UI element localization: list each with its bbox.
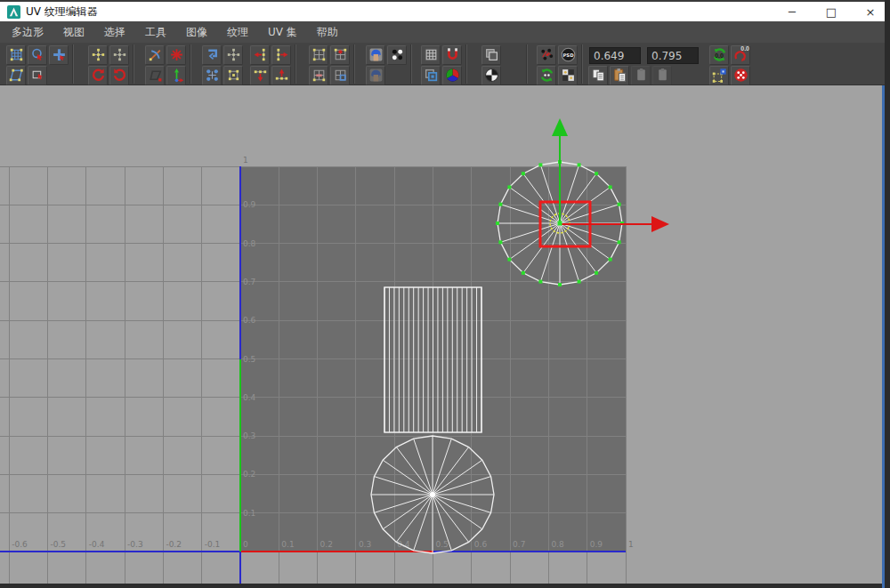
copy-uvs[interactable]	[588, 66, 608, 85]
distribute-uvs[interactable]	[202, 66, 222, 85]
manipulator-u-handle	[651, 216, 669, 232]
uv-shell-move-tool[interactable]	[49, 45, 69, 65]
snap-to-grid-corners[interactable]	[309, 45, 328, 65]
maximize-button[interactable]: □	[812, 2, 851, 21]
delete-uvs-icon	[733, 68, 748, 83]
svg-text:0.3: 0.3	[359, 540, 371, 549]
uv-lattice-tool[interactable]	[6, 45, 26, 65]
u-coordinate-field[interactable]	[589, 47, 641, 64]
snap-to-grid-center[interactable]	[330, 45, 350, 65]
menu-item-tool[interactable]: 工具	[135, 21, 176, 43]
quad-draw-icon	[148, 68, 163, 83]
uv-grab-tool[interactable]	[28, 45, 47, 65]
toolbar-group-flip-symmetry	[144, 44, 187, 85]
toggle-grid-display[interactable]	[421, 45, 441, 65]
toggle-image-display-icon	[368, 47, 384, 62]
isolate-select-shells-icon	[484, 47, 499, 62]
menu-item-polygons[interactable]: 多边形	[2, 21, 53, 43]
uv-pin-tool[interactable]	[28, 66, 47, 85]
copy-uvs-icon	[591, 68, 606, 83]
uv-snapshot-grid-icon	[712, 68, 727, 83]
layout-uvs[interactable]	[223, 66, 243, 85]
v-coordinate-field[interactable]	[647, 47, 699, 64]
paste-uvs[interactable]	[610, 66, 629, 85]
cycle-uvs[interactable]: 0.0	[709, 45, 729, 65]
toolbar-separator	[465, 44, 467, 84]
bake-texture[interactable]	[537, 45, 556, 65]
paste-v-value[interactable]	[652, 66, 672, 85]
toggle-filtered-image[interactable]	[387, 45, 407, 65]
menu-bar: 多边形视图选择工具图像纹理UV 集帮助	[0, 21, 890, 43]
unfold-uvs[interactable]	[202, 45, 222, 65]
dim-image-display[interactable]	[366, 66, 385, 85]
toolbar-separator	[72, 44, 74, 84]
menu-item-uv-sets[interactable]: UV 集	[258, 21, 307, 43]
toolbar-separator	[133, 44, 134, 84]
rgb-channel-display[interactable]	[442, 66, 462, 85]
update-psd-network[interactable]: PSD	[558, 45, 578, 65]
quad-draw[interactable]	[145, 66, 165, 85]
svg-text:-0.5: -0.5	[51, 540, 67, 549]
svg-text:-0.1: -0.1	[205, 540, 221, 549]
flip-uvs-icon	[148, 47, 163, 62]
uv-shell-cap-bottom[interactable]	[371, 436, 494, 553]
move-uv-manipulator[interactable]	[166, 66, 186, 85]
toolbar-group-display-image	[365, 44, 408, 85]
isolate-select-shells[interactable]	[481, 45, 501, 65]
uv-editor-viewport[interactable]: -0.6-0.5-0.4-0.3-0.2-0.100.10.20.30.40.5…	[0, 85, 890, 588]
shell-border-display-icon	[424, 68, 439, 83]
uv-lattice-tool-icon	[9, 47, 24, 62]
rotate-uvs-angle[interactable]: 0.0	[731, 45, 750, 65]
toolbar-group-display-grid	[420, 44, 463, 85]
toolbar-separator	[581, 44, 583, 84]
rotate-uvs-ccw[interactable]	[88, 66, 108, 85]
uv-grab-tool-icon	[30, 47, 45, 62]
unfold-along-axis[interactable]	[223, 45, 243, 65]
distribute-uvs-icon	[205, 68, 220, 83]
rotate-uvs-cw[interactable]	[109, 66, 129, 85]
svg-text:0.2: 0.2	[320, 540, 333, 549]
minimize-button[interactable]: ─	[773, 2, 812, 21]
snap-to-grid-border[interactable]	[330, 66, 350, 85]
menu-item-view[interactable]: 视图	[53, 21, 94, 43]
refresh-uv-display[interactable]	[537, 66, 556, 85]
uv-lattice-handle[interactable]	[88, 45, 108, 65]
svg-text:0.7: 0.7	[243, 278, 255, 286]
alpha-channel-display-icon	[484, 68, 499, 83]
toggle-image-display[interactable]	[366, 45, 385, 65]
align-uvs-left[interactable]	[250, 45, 270, 65]
snap-to-grid-edge[interactable]	[309, 66, 328, 85]
menu-item-texture[interactable]: 纹理	[217, 21, 258, 43]
rgb-channel-display-icon	[445, 68, 460, 83]
menu-item-select[interactable]: 选择	[94, 21, 135, 43]
toggle-pixel-borders-icon	[561, 68, 576, 83]
rotate-uvs-angle-icon	[733, 47, 748, 62]
window-right-border	[885, 0, 890, 588]
align-uvs-up[interactable]	[271, 66, 291, 85]
uv-lattice-handle-alt-icon	[112, 47, 127, 62]
uv-shell-cylinder-body[interactable]	[384, 287, 481, 432]
refresh-uv-display-icon	[539, 68, 554, 83]
spacer-3-icon	[506, 68, 521, 83]
snap-to-grid-border-icon	[333, 68, 348, 83]
uv-snapshot-grid[interactable]	[709, 66, 729, 85]
svg-text:-0.6: -0.6	[12, 540, 28, 549]
flip-uvs[interactable]	[145, 45, 165, 65]
alpha-channel-display[interactable]	[481, 66, 501, 85]
cycle-uvs-icon	[712, 47, 727, 62]
menu-item-image[interactable]: 图像	[176, 21, 217, 43]
uv-lattice-handle-alt[interactable]	[109, 45, 129, 65]
align-uvs-right[interactable]	[271, 45, 291, 65]
toggle-pixel-borders[interactable]	[558, 66, 578, 85]
menu-item-help[interactable]: 帮助	[307, 21, 348, 43]
uv-canvas[interactable]: -0.6-0.5-0.4-0.3-0.2-0.100.10.20.30.40.5…	[0, 85, 890, 588]
delete-uvs[interactable]	[731, 66, 750, 85]
align-uvs-down[interactable]	[250, 66, 270, 85]
shell-border-display[interactable]	[421, 66, 441, 85]
svg-text:0.6: 0.6	[474, 540, 488, 549]
symmetrize-uvs[interactable]	[166, 45, 186, 65]
pixel-snap-magnet[interactable]	[442, 45, 462, 65]
rotate-uvs-cw-icon	[112, 68, 127, 83]
uv-smudge-tool[interactable]	[6, 66, 26, 85]
paste-u-value[interactable]	[631, 66, 651, 85]
